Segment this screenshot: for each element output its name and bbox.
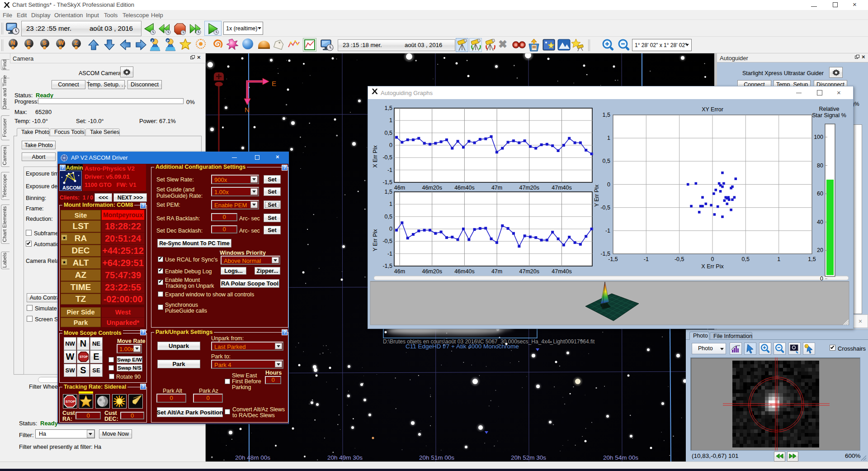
svg-text:0,5: 0,5	[603, 158, 610, 164]
svg-text:Y Err Pix: Y Err Pix	[372, 229, 378, 252]
svg-text:-1,5: -1,5	[382, 179, 392, 186]
svg-text:1: 1	[607, 135, 610, 141]
svg-text:0: 0	[389, 142, 392, 148]
svg-text:47m: 47m	[491, 185, 502, 191]
svg-text:0,5: 0,5	[385, 130, 392, 136]
svg-text:0,5: 0,5	[385, 214, 392, 220]
svg-text:0: 0	[607, 181, 610, 188]
svg-text:-1: -1	[605, 228, 610, 234]
svg-text:XY Error: XY Error	[702, 106, 723, 113]
svg-text:C11 EdgeHD f/7 + Atik 4000 Mon: C11 EdgeHD f/7 + Atik 4000 Monochrome	[406, 343, 519, 350]
svg-text:100: 100	[814, 134, 823, 140]
svg-text:P: P	[167, 39, 170, 43]
svg-text:X Err Pix: X Err Pix	[372, 145, 378, 168]
svg-text:Z: Z	[151, 39, 154, 43]
svg-text:20h 52m 30s: 20h 52m 30s	[511, 454, 546, 461]
svg-text:1,5: 1,5	[385, 105, 392, 111]
svg-text:Relative: Relative	[819, 106, 839, 112]
svg-text:20h 51m 00s: 20h 51m 00s	[419, 454, 454, 461]
svg-text:-1: -1	[387, 251, 392, 257]
svg-text:46m40s: 46m40s	[454, 185, 474, 191]
svg-text:80: 80	[817, 162, 823, 169]
svg-text:1: 1	[389, 117, 392, 124]
svg-text:0: 0	[711, 256, 714, 262]
svg-text:STOP: STOP	[80, 355, 88, 358]
svg-text:1,5: 1,5	[603, 112, 610, 118]
svg-text:40: 40	[817, 219, 823, 225]
svg-text:0: 0	[820, 276, 823, 282]
svg-text:47m40s: 47m40s	[552, 268, 571, 275]
svg-text:60: 60	[817, 190, 823, 197]
svg-text:1,5: 1,5	[385, 189, 392, 195]
svg-text:X Err Pix: X Err Pix	[701, 263, 724, 270]
svg-text:-1: -1	[644, 256, 649, 262]
svg-text:46m40s: 46m40s	[454, 268, 474, 275]
svg-text:20: 20	[817, 247, 823, 253]
svg-text:1: 1	[389, 201, 392, 207]
svg-text:47m: 47m	[491, 268, 502, 275]
svg-text:-1,5: -1,5	[608, 256, 618, 262]
svg-text:47m40s: 47m40s	[552, 185, 571, 191]
svg-text:1,5: 1,5	[808, 256, 816, 262]
svg-text:20h 49m 30s: 20h 49m 30s	[327, 454, 363, 461]
svg-text:0: 0	[389, 226, 392, 232]
svg-text:46m: 46m	[394, 185, 405, 191]
svg-text:-0,5: -0,5	[675, 256, 684, 262]
svg-text:-0,5: -0,5	[382, 238, 392, 244]
svg-text:46m20s: 46m20s	[422, 185, 442, 191]
svg-text:-1,5: -1,5	[382, 263, 392, 269]
svg-text:Star Signal %: Star Signal %	[812, 112, 846, 119]
svg-text:-0,5: -0,5	[600, 205, 610, 211]
svg-text:N: N	[245, 106, 250, 114]
svg-text:Y Err Pix: Y Err Pix	[594, 184, 600, 207]
svg-text:20h 48m 00s: 20h 48m 00s	[235, 454, 270, 461]
svg-text:0,5: 0,5	[742, 256, 750, 262]
svg-text:20h 54m 00s: 20h 54m 00s	[603, 454, 638, 461]
svg-text:-1: -1	[387, 167, 392, 173]
svg-text:STOP: STOP	[66, 400, 75, 404]
svg-text:46m20s: 46m20s	[422, 268, 442, 275]
svg-text:47m20s: 47m20s	[519, 185, 539, 191]
svg-text:E: E	[272, 80, 276, 87]
svg-text:47m20s: 47m20s	[519, 268, 539, 275]
svg-text:-0,5: -0,5	[382, 154, 392, 161]
svg-text:46m: 46m	[394, 268, 405, 275]
svg-text:1: 1	[777, 256, 780, 262]
